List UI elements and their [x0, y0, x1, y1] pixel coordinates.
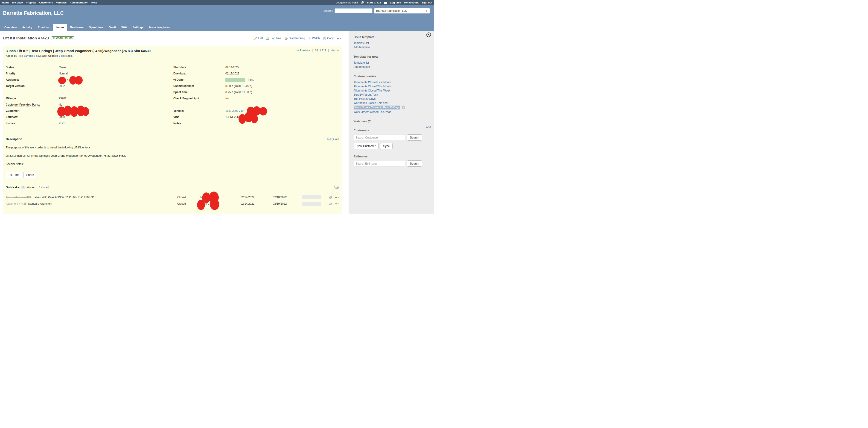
issue-subject: 3 Inch Lift Kit | Rear Springs | Jeep Gr… — [6, 49, 339, 53]
timer-clock-plus-icon[interactable] — [361, 1, 364, 4]
custom-query-link[interactable]: Alignments Closed Last Month — [354, 80, 431, 84]
share-button[interactable]: Share — [24, 172, 37, 178]
menu-home[interactable]: Home — [2, 1, 9, 4]
tab-issue-templates[interactable]: Issue templates — [147, 24, 172, 31]
watch-button[interactable]: ★ Watch — [308, 36, 320, 40]
close-icon[interactable]: ✕ — [426, 32, 431, 37]
custom-query-link[interactable]: Warranties Closed This Year — [354, 101, 431, 105]
tab-issues[interactable]: Issues — [53, 24, 67, 31]
menu-help[interactable]: Help — [91, 1, 97, 4]
add-watcher-button[interactable]: Add — [426, 125, 431, 129]
previous-issue-link[interactable]: « Previous — [298, 49, 311, 52]
tab-roadmap[interactable]: Roadmap — [35, 24, 53, 31]
vehicle-link[interactable]: 1987 Jeep J10 - — [225, 109, 245, 112]
spent-time-total-link[interactable]: 11.30 h — [242, 91, 251, 94]
note-template-list-link[interactable]: Template list — [354, 61, 431, 65]
status-badge: CLOSED ISSUES — [51, 36, 74, 40]
tab-overview[interactable]: Overview — [2, 24, 19, 31]
vehicle-label: Vehicle: — [174, 109, 225, 115]
search-customers-input[interactable] — [354, 135, 405, 140]
vin-redaction — [242, 115, 260, 119]
issue-pagination: « Previous | 16 of 119 | Next » — [298, 49, 339, 52]
add-template-link[interactable]: Add template — [354, 45, 431, 49]
tab-gantt[interactable]: Gantt — [106, 24, 118, 31]
project-selector[interactable]: Barrette Fabrication, LLC ▼ — [374, 8, 430, 13]
menu-my-page[interactable]: My page — [12, 1, 23, 4]
clear-query-x-icon[interactable]: ✕ — [402, 106, 405, 109]
priority-value: Normal — [59, 71, 174, 78]
subtask-link[interactable]: Tire + Wheels #7424 — [6, 196, 31, 199]
template-list-link[interactable]: Template list — [354, 41, 431, 45]
subtask-assignee: N — [200, 195, 241, 199]
note-add-template-link[interactable]: Add template — [354, 65, 431, 69]
custom-query-link[interactable]: Alignments Closed This Month — [354, 84, 431, 88]
mileage-value: 73701 — [59, 96, 174, 102]
redaction-blob — [251, 114, 258, 123]
log-time-button[interactable]: Log time — [266, 37, 281, 40]
tab-spent-time[interactable]: Spent time — [86, 24, 105, 31]
tab-activity[interactable]: Activity — [20, 24, 34, 31]
custom-query-link[interactable]: Sort By Parent Task — [354, 93, 431, 97]
tab-settings[interactable]: Settings — [130, 24, 146, 31]
menu-customers[interactable]: Customers — [39, 1, 53, 4]
search-input[interactable] — [335, 8, 373, 13]
closed-subtasks-link[interactable]: 2 closed — [39, 186, 49, 189]
new-customer-button[interactable]: New Customer — [354, 143, 379, 149]
search-estimates-input[interactable] — [354, 161, 405, 166]
description-paragraph: Special Notes: — [6, 163, 339, 166]
target-version-value[interactable]: 2022 — [59, 84, 65, 88]
issue-template-heading: Issue template — [354, 35, 431, 39]
sign-out-link[interactable]: Sign out — [422, 1, 432, 4]
description-section: Description Quote The purpose of this wo… — [6, 137, 339, 178]
custom-query-link-selected[interactable]: Work Orders Closed in Past 30 Days — [354, 106, 401, 110]
menu-administration[interactable]: Administration — [69, 1, 88, 4]
star-icon: ★ — [308, 36, 311, 40]
issue-attributes: Status: Closed Start date: 02/14/2022 Pr… — [6, 65, 339, 127]
start-timer-link[interactable]: start #7423 — [367, 1, 381, 4]
updated-ago-link[interactable]: 3 days — [59, 54, 67, 57]
sync-button[interactable]: Sync — [380, 143, 393, 149]
copy-button[interactable]: Copy — [323, 37, 334, 40]
menu-projects[interactable]: Projects — [26, 1, 36, 4]
next-issue-link[interactable]: Next » — [331, 49, 339, 52]
add-subtask-button[interactable]: Add — [334, 186, 338, 189]
subtask-progress-bar — [302, 202, 321, 206]
my-account-link[interactable]: My account — [404, 1, 418, 4]
tab-wiki[interactable]: Wiki — [119, 24, 130, 31]
due-date-label: Due date: — [174, 71, 225, 78]
issue-position[interactable]: 16 of 119 — [315, 49, 326, 52]
bill-time-button[interactable]: Bill Time — [6, 172, 22, 178]
quote-button[interactable]: Quote — [328, 137, 339, 141]
custom-query-link[interactable]: Work Orders Closed This Year — [354, 110, 431, 114]
tab-new-issue[interactable]: New issue — [67, 24, 86, 31]
vin-value: 1JENE26UE — [225, 115, 339, 121]
unlink-icon[interactable] — [329, 202, 333, 206]
subtask-more-icon[interactable]: ••• — [335, 202, 339, 205]
more-actions-button[interactable]: ••• — [337, 37, 341, 40]
author-link[interactable]: Rick Barrette — [18, 54, 33, 57]
redaction-blob — [58, 77, 66, 84]
divider — [3, 182, 342, 182]
subtasks-list: Tire + Wheels #7424: Falken Wild Peak A/… — [6, 194, 339, 207]
subtask-status: Closed — [177, 196, 200, 199]
logged-in-as: Logged in as ricky — [336, 1, 358, 4]
custom-query-link[interactable]: The Past 30 Days — [354, 97, 431, 101]
log-time-link[interactable]: Log time — [390, 1, 401, 4]
clock-icon — [284, 37, 288, 40]
subtask-link[interactable]: Alignment #7425 — [6, 202, 27, 205]
timer-menu-list-icon[interactable] — [384, 2, 387, 4]
created-ago-link[interactable]: 7 days — [34, 54, 41, 57]
quote-icon — [328, 138, 331, 141]
customers-search-button[interactable]: Search — [407, 134, 422, 141]
unlink-icon[interactable] — [329, 196, 333, 199]
estimates-search-button[interactable]: Search — [407, 161, 422, 167]
invoice-value[interactable]: 9121 — [59, 122, 65, 125]
start-date-value: 02/14/2022 — [225, 65, 339, 71]
menu-vehicles[interactable]: Vehicles — [56, 1, 66, 4]
subtask-more-icon[interactable]: ••• — [335, 196, 339, 199]
subtask-row: Tire + Wheels #7424: Falken Wild Peak A/… — [6, 194, 339, 201]
custom-query-link[interactable]: Alignments Closed This Week — [354, 88, 431, 93]
start-tracking-button[interactable]: Start tracking — [284, 37, 305, 40]
subtasks-summary: (0 open — 2 closed) — [27, 186, 49, 189]
edit-button[interactable]: Edit — [254, 37, 263, 40]
